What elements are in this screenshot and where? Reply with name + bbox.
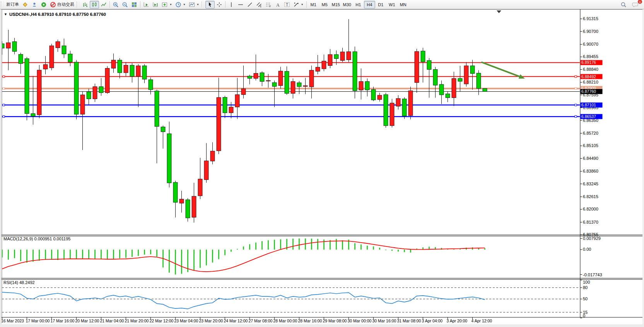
dropdown-caret-icon: ▼ (169, 3, 172, 6)
chart-canvas[interactable]: ▼USDCNH-,H4 6.87910 6.87910 6.87750 6.87… (0, 0, 644, 327)
toolbar-separator (306, 1, 307, 8)
timeframe-button-M15[interactable]: M15 (330, 1, 342, 9)
template-icon (189, 2, 195, 8)
add-indicator-icon (162, 2, 168, 8)
price-tag-6.87760: 6.87760 (581, 89, 603, 94)
trendline-icon (247, 2, 253, 8)
svg-text:0: 0 (583, 313, 585, 318)
toolbar-grip (77, 2, 79, 7)
svg-text:6.83245: 6.83245 (583, 181, 598, 186)
svg-text:23 Mar 04:00: 23 Mar 04:00 (174, 318, 198, 323)
auto-trading-button[interactable]: 自动交易 (48, 1, 76, 9)
bar-chart-button[interactable] (80, 1, 90, 9)
shapes-button[interactable]: ▼ (292, 1, 305, 9)
svg-text:▼: ▼ (4, 12, 7, 16)
toolbar-separator (225, 1, 225, 8)
svg-text:6.85720: 6.85720 (583, 131, 598, 135)
timeframe-button-D1[interactable]: D1 (375, 1, 386, 9)
timeframe-button-H4[interactable]: H4 (364, 1, 375, 9)
timeframe-button-M5[interactable]: M5 (319, 1, 330, 9)
svg-text:27 Mar 08:00: 27 Mar 08:00 (249, 318, 273, 323)
svg-text:28 Mar 00:00: 28 Mar 00:00 (273, 318, 297, 323)
vertical-line-button[interactable] (227, 1, 236, 9)
svg-text:F: F (269, 5, 271, 8)
new-order-label: 新订单 (6, 2, 19, 7)
svg-text:20 Mar 12:00: 20 Mar 12:00 (75, 318, 99, 323)
timeframe-button-MN[interactable]: MN (398, 1, 409, 9)
auto-trading-icon (50, 2, 56, 8)
auto-scroll-button[interactable] (142, 1, 151, 9)
auto-scroll-icon (143, 2, 149, 8)
crosshair-button[interactable] (215, 1, 224, 9)
indicators-button[interactable]: ▼ (160, 1, 174, 9)
svg-text:50: 50 (583, 296, 588, 301)
cursor-button[interactable] (205, 1, 215, 9)
text-label-icon: T (284, 2, 290, 8)
svg-text:100: 100 (583, 280, 590, 284)
horizontal-line-button[interactable] (236, 1, 245, 9)
toolbar-grip (202, 2, 204, 7)
dropdown-caret-icon: ▼ (183, 3, 186, 6)
svg-text:4 Apr 12:00: 4 Apr 12:00 (471, 318, 492, 323)
new-order-button[interactable]: 新订单 (5, 1, 20, 9)
bar-chart-icon (82, 2, 88, 8)
candlestick-chart-button[interactable] (90, 1, 99, 9)
channel-button[interactable]: E (255, 1, 264, 9)
svg-text:80: 80 (583, 285, 588, 290)
svg-text:6.89176: 6.89176 (581, 60, 596, 65)
svg-text:6.87760: 6.87760 (581, 89, 596, 94)
dropdown-caret-icon: ▼ (301, 3, 304, 6)
zoom-in-button[interactable] (111, 1, 120, 9)
toolbar-separator (140, 1, 140, 8)
zoom-in-icon (113, 2, 119, 8)
svg-text:6.91315: 6.91315 (583, 16, 598, 21)
svg-text:E: E (260, 5, 262, 7)
timeframe-button-W1[interactable]: W1 (386, 1, 398, 9)
text-icon: A (275, 2, 281, 8)
line-chart-button[interactable] (99, 1, 108, 9)
chart-shift-button[interactable] (151, 1, 160, 9)
trendline-button[interactable] (245, 1, 255, 9)
svg-text:6.85105: 6.85105 (583, 143, 598, 148)
community-button[interactable] (30, 1, 39, 9)
svg-text:30 Mar 16:00: 30 Mar 16:00 (372, 318, 396, 323)
svg-text:30 Mar 00:00: 30 Mar 00:00 (348, 318, 372, 323)
svg-text:6.82000: 6.82000 (583, 207, 598, 211)
svg-text:6.88210: 6.88210 (583, 80, 598, 84)
svg-text:USDCNH-,H4 6.87910 6.87910 6.: USDCNH-,H4 6.87910 6.87910 6.87750 6.877… (9, 12, 106, 17)
svg-text:6.84490: 6.84490 (583, 156, 598, 161)
crosshair-icon (216, 2, 222, 8)
periods-button[interactable]: ▼ (174, 1, 187, 9)
price-tag-6.86537: 6.86537 (581, 114, 603, 119)
svg-text:3 Apr 04:00: 3 Apr 04:00 (422, 318, 443, 323)
label-button[interactable]: T (282, 1, 292, 9)
timeframe-button-M1[interactable]: M1 (308, 1, 319, 9)
history-center-button[interactable] (20, 1, 30, 9)
svg-text:A: A (276, 2, 280, 7)
templates-button[interactable]: ▼ (187, 1, 201, 9)
price-tag-6.87101: 6.87101 (581, 103, 603, 108)
search-button[interactable] (619, 1, 628, 9)
timeframe-button-H1[interactable]: H1 (353, 1, 364, 9)
svg-text:6.88492: 6.88492 (581, 74, 596, 79)
tile-windows-button[interactable] (130, 1, 139, 9)
dropdown-caret-icon: ▼ (196, 3, 199, 6)
notification-badge[interactable]: 1 (638, 0, 642, 4)
zoom-out-button[interactable] (120, 1, 130, 9)
svg-text:31 Mar 08:00: 31 Mar 08:00 (397, 318, 421, 323)
svg-text:0.007929: 0.007929 (583, 236, 601, 241)
svg-text:23 Mar 20:00: 23 Mar 20:00 (199, 318, 223, 323)
fibonacci-button[interactable]: F (264, 1, 273, 9)
zoom-out-icon (122, 2, 128, 8)
person-icon (31, 2, 38, 8)
candlestick-icon (91, 2, 97, 8)
svg-text:22 Mar 12:00: 22 Mar 12:00 (150, 318, 174, 323)
timeframe-button-M30[interactable]: M30 (342, 1, 353, 9)
svg-text:28 Mar 16:00: 28 Mar 16:00 (298, 318, 322, 323)
signals-button[interactable] (39, 1, 48, 9)
svg-text:6.81370: 6.81370 (583, 220, 598, 224)
toolbar-grip (1, 2, 3, 7)
text-button[interactable]: A (273, 1, 282, 9)
svg-text:21 Mar 04:00: 21 Mar 04:00 (100, 318, 124, 323)
chart-title: ▼USDCNH-,H4 6.87910 6.87910 6.87750 6.87… (4, 12, 106, 17)
